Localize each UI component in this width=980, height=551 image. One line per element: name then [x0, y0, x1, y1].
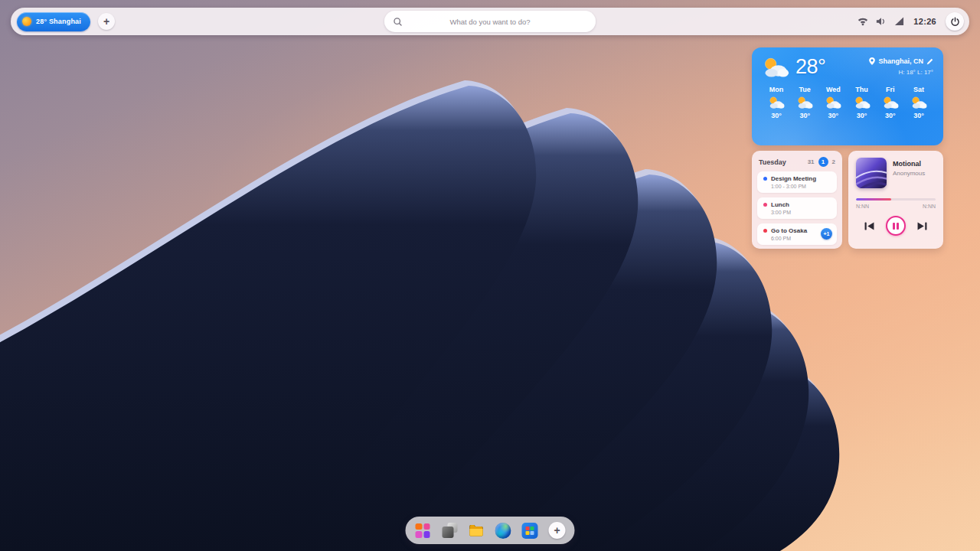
- calendar-day-label: Tuesday: [759, 158, 786, 166]
- previous-track-icon: [864, 222, 874, 230]
- dock-add-button[interactable]: +: [549, 522, 566, 539]
- edit-pencil-icon[interactable]: [926, 58, 933, 65]
- launcher-grid-icon[interactable]: [415, 523, 431, 539]
- elapsed-time: N:NN: [856, 204, 869, 209]
- cellular-signal-icon[interactable]: [894, 17, 904, 26]
- event-color-dot: [763, 177, 767, 181]
- track-title: Motional: [893, 160, 925, 168]
- event-attendee-badge[interactable]: +1: [821, 228, 832, 240]
- power-button[interactable]: [946, 12, 964, 31]
- sun-cloud-icon: [825, 96, 841, 109]
- current-temp: 28°: [795, 55, 825, 79]
- sun-icon: [22, 17, 31, 26]
- browser-icon[interactable]: [495, 523, 511, 539]
- event-color-dot: [763, 229, 767, 233]
- volume-icon[interactable]: [876, 17, 887, 26]
- forecast-day[interactable]: Tue 30°: [792, 86, 818, 119]
- weather-widget[interactable]: 28° Shanghai, CN H: 18° L: 17° Mon 30° T…: [752, 47, 943, 145]
- location-label: Shanghai, CN: [878, 57, 923, 65]
- sun-cloud-icon: [910, 96, 927, 109]
- weather-pill-label: 28° Shanghai: [36, 18, 81, 25]
- forecast-day[interactable]: Mon 30°: [763, 86, 789, 119]
- calendar-widget[interactable]: Tuesday 31 1 2 Design Meeting 1:00 - 3:0…: [752, 151, 842, 249]
- search-input[interactable]: [384, 11, 596, 32]
- progress-fill: [856, 198, 891, 201]
- forecast-day[interactable]: Thu 30°: [849, 86, 875, 119]
- album-art: [856, 158, 887, 188]
- sun-cloud-icon: [882, 96, 899, 109]
- forecast-day[interactable]: Fri 30°: [877, 86, 903, 119]
- store-tiles: [526, 527, 534, 535]
- system-tray: 12:26: [858, 12, 969, 31]
- previous-track-button[interactable]: [864, 222, 874, 230]
- sun-cloud-icon: [762, 56, 789, 79]
- calendar-dates: 31 1 2: [808, 157, 835, 167]
- next-track-icon: [917, 222, 927, 230]
- date-next[interactable]: 2: [832, 158, 835, 165]
- calendar-event[interactable]: Lunch 3:00 PM: [757, 197, 837, 219]
- calendar-event[interactable]: Go to Osaka 6:00 PM +1: [757, 223, 837, 245]
- sun-cloud-icon: [796, 96, 813, 109]
- track-artist: Anonymous: [893, 170, 925, 177]
- layers-app-icon[interactable]: [442, 523, 458, 539]
- forecast-row: Mon 30° Tue 30° Wed 30° Thu 30° Fri 30° …: [762, 86, 933, 119]
- location-pin-icon: [869, 57, 875, 65]
- calendar-event[interactable]: Design Meeting 1:00 - 3:00 PM: [757, 171, 837, 193]
- weather-pill-button[interactable]: 28° Shanghai: [17, 12, 90, 31]
- add-pill-label: +: [103, 15, 109, 28]
- sun-cloud-icon: [854, 96, 871, 109]
- sun-cloud-icon: [768, 96, 785, 109]
- forecast-day[interactable]: Sat 30°: [906, 86, 932, 119]
- date-prev[interactable]: 31: [808, 158, 815, 165]
- wifi-icon[interactable]: [858, 17, 868, 26]
- layers-front-square: [443, 527, 454, 538]
- progress-bar[interactable]: [856, 198, 936, 201]
- event-color-dot: [763, 203, 767, 207]
- files-folder-icon[interactable]: [469, 523, 485, 539]
- high-low-label: H: 18° L: 17°: [869, 69, 933, 76]
- search-bar[interactable]: [384, 11, 596, 32]
- next-track-button[interactable]: [917, 222, 927, 230]
- clock[interactable]: 12:26: [913, 17, 936, 26]
- add-pill-button[interactable]: +: [98, 13, 115, 30]
- dock-add-label: +: [554, 524, 560, 536]
- dock: +: [406, 517, 575, 544]
- power-icon: [950, 17, 960, 27]
- store-icon[interactable]: [522, 523, 538, 539]
- remaining-time: N:NN: [923, 204, 936, 209]
- forecast-day[interactable]: Wed 30°: [820, 86, 846, 119]
- music-widget[interactable]: Motional Anonymous N:NN N:NN: [848, 151, 943, 249]
- pause-button[interactable]: [886, 216, 906, 236]
- date-today[interactable]: 1: [818, 157, 828, 167]
- top-bar: 28° Shanghai + 12:26: [11, 8, 969, 35]
